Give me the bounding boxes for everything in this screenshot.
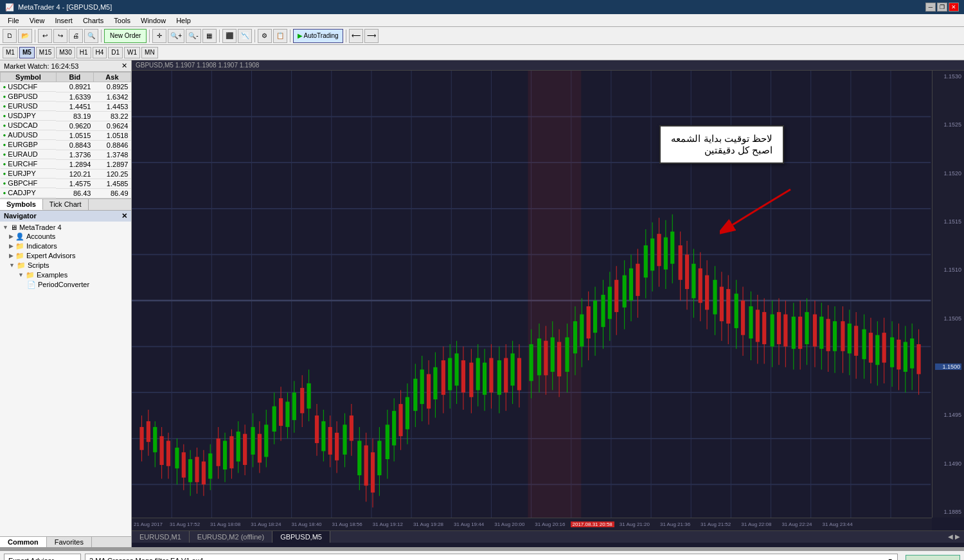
time-label-4: 31 Aug 18:24 — [245, 521, 286, 527]
mw-symbol: ● USDCAD — [1, 121, 57, 130]
autotrading-button[interactable]: ▶ AutoTrading — [293, 29, 343, 43]
chart-tab-eurusd-m2[interactable]: EURUSD,M2 (offline) — [190, 531, 272, 543]
line-chart-btn[interactable]: 📉 — [238, 29, 252, 43]
restore-button[interactable]: ❐ — [937, 3, 947, 12]
print-btn[interactable]: 🖨 — [69, 29, 83, 43]
price-label-6: 1.1505 — [935, 315, 961, 322]
close-button[interactable]: ✕ — [949, 3, 959, 12]
svg-rect-191 — [705, 276, 709, 310]
market-watch-row[interactable]: ● EURAUD 1.3736 1.3748 — [1, 150, 131, 159]
market-watch-row[interactable]: ● GBPCHF 1.4575 1.4585 — [1, 179, 131, 188]
market-watch-row[interactable]: ● USDJPY 83.19 83.22 — [1, 111, 131, 121]
tf-m30[interactable]: M30 — [56, 47, 75, 58]
title-bar: 📈 MetaTrader 4 - [GBPUSD,M5] ─ ❐ ✕ — [0, 0, 964, 14]
market-watch-row[interactable]: ● CADJPY 86.43 86.49 — [1, 188, 131, 198]
tree-root[interactable]: ▼ 🖥 MetaTrader 4 — [0, 223, 131, 232]
tree-examples[interactable]: ▼ 📁 Examples — [0, 270, 131, 280]
tf-m5[interactable]: M5 — [19, 47, 35, 58]
chart-tab-eurusd-m1[interactable]: EURUSD,M1 — [132, 531, 190, 543]
tf-h1[interactable]: H1 — [76, 47, 91, 58]
svg-rect-225 — [826, 319, 830, 351]
svg-rect-243 — [890, 337, 894, 367]
price-label-4: 1.1515 — [935, 218, 961, 225]
new-chart-btn[interactable]: 🗋 — [3, 29, 17, 43]
menu-charts[interactable]: Charts — [78, 15, 109, 26]
crosshair-btn[interactable]: ✛ — [152, 29, 166, 43]
market-watch-row[interactable]: ● USDCHF 0.8921 0.8925 — [1, 82, 131, 92]
sep6 — [290, 30, 290, 42]
market-watch-row[interactable]: ● GBPUSD 1.6339 1.6342 — [1, 92, 131, 101]
chart-scroll-btn[interactable]: ⟵ — [349, 29, 363, 43]
market-watch-row[interactable]: ● EURCHF 1.2894 1.2897 — [1, 159, 131, 169]
market-watch-row[interactable]: ● EURJPY 120.21 120.25 — [1, 169, 131, 179]
time-label-15: 31 Aug 22:08 — [736, 521, 776, 527]
svg-rect-143 — [537, 338, 541, 375]
tab-tick-chart[interactable]: Tick Chart — [43, 199, 89, 210]
svg-rect-187 — [692, 264, 695, 299]
tf-m1[interactable]: M1 — [3, 47, 18, 58]
period-converter-label: PeriodConverter — [38, 281, 89, 288]
navigator-close-icon[interactable]: ✕ — [121, 212, 127, 220]
menu-view[interactable]: View — [24, 15, 50, 26]
bar-chart-btn[interactable]: ⬛ — [222, 29, 237, 43]
tab-common[interactable]: Common — [0, 537, 47, 547]
mw-ask: 1.6342 — [93, 92, 130, 101]
svg-rect-227 — [833, 321, 837, 351]
menu-insert[interactable]: Insert — [49, 15, 78, 26]
start-button[interactable]: Start — [906, 555, 960, 560]
chart-tab-gbpusd-m5[interactable]: GBPUSD,M5 — [272, 531, 330, 543]
svg-rect-219 — [805, 312, 808, 344]
tree-accounts[interactable]: ▶ 👤 Accounts — [0, 232, 131, 241]
market-watch-table-container: Symbol Bid Ask ● USDCHF 0.8921 0.8925 ● … — [0, 72, 131, 198]
svg-rect-104 — [398, 404, 402, 436]
time-label-8: 31 Aug 19:28 — [408, 521, 449, 527]
templ-btn[interactable]: 📋 — [273, 29, 287, 43]
market-watch-row[interactable]: ● USDCAD 0.9620 0.9624 — [1, 121, 131, 130]
tree-expert-advisors[interactable]: ▶ 📁 Expert Advisors — [0, 251, 131, 261]
tf-d1[interactable]: D1 — [108, 47, 123, 58]
menu-tools[interactable]: Tools — [109, 15, 136, 26]
tree-scripts[interactable]: ▼ 📁 Scripts — [0, 261, 131, 270]
open-btn[interactable]: 📂 — [18, 29, 32, 43]
tree-indicators[interactable]: ▶ 📁 Indicators — [0, 241, 131, 251]
window-controls[interactable]: ─ ❐ ✕ — [925, 3, 959, 12]
indicator-btn[interactable]: ⚙ — [258, 29, 272, 43]
menu-file[interactable]: File — [3, 15, 24, 26]
expert-selector-value[interactable]: 2 MA Crosses Mega filter EA V1.ex4 ▼ — [85, 554, 898, 560]
undo-btn[interactable]: ↩ — [38, 29, 52, 43]
tf-m15[interactable]: M15 — [36, 47, 55, 58]
chart-type-btn[interactable]: ▦ — [202, 29, 217, 43]
market-watch-row[interactable]: ● EURUSD 1.4451 1.4453 — [1, 101, 131, 111]
minimize-button[interactable]: ─ — [925, 3, 936, 12]
chart-canvas[interactable]: 1.1530 1.1525 1.1520 1.1515 1.1510 1.150… — [132, 71, 964, 530]
zoom-out-btn[interactable]: 🔍- — [186, 29, 201, 43]
tf-mn[interactable]: MN — [141, 47, 158, 58]
annotation-arrow — [720, 183, 797, 236]
redo-btn[interactable]: ↪ — [53, 29, 67, 43]
new-order-button[interactable]: New Order — [104, 29, 147, 43]
zoom-in-btn[interactable]: 🔍+ — [168, 29, 184, 43]
tf-w1[interactable]: W1 — [124, 47, 140, 58]
chart-end-btn[interactable]: ⟶ — [364, 29, 379, 43]
menu-window[interactable]: Window — [136, 15, 171, 26]
svg-rect-66 — [264, 424, 268, 457]
chart-scroll-arrows[interactable]: ◀ ▶ — [944, 531, 964, 543]
tf-h4[interactable]: H4 — [93, 47, 107, 58]
mw-bid: 0.8921 — [56, 82, 93, 92]
tab-favorites[interactable]: Favorites — [47, 537, 92, 547]
svg-rect-167 — [623, 276, 627, 308]
tab-symbols[interactable]: Symbols — [0, 199, 43, 210]
print-prev-btn[interactable]: 🔍 — [84, 29, 98, 43]
svg-rect-121 — [454, 353, 458, 385]
row-indicator-icon: ● — [3, 142, 6, 148]
market-watch-close-icon[interactable]: ✕ — [121, 62, 127, 70]
mw-ask: 1.3748 — [93, 150, 130, 159]
chart-header: GBPUSD,M5 1.1907 1.1908 1.1907 1.1908 — [132, 60, 964, 71]
tree-period-converter[interactable]: 📄 PeriodConverter — [0, 280, 131, 290]
market-watch-title: Market Watch: 16:24:53 — [4, 62, 78, 70]
market-watch-row[interactable]: ● EURGBP 0.8843 0.8846 — [1, 140, 131, 150]
menu-help[interactable]: Help — [171, 15, 196, 26]
svg-rect-203 — [749, 306, 753, 338]
timeframe-toolbar: M1 M5 M15 M30 H1 H4 D1 W1 MN — [0, 45, 964, 60]
market-watch-row[interactable]: ● AUDUSD 1.0515 1.0518 — [1, 130, 131, 140]
